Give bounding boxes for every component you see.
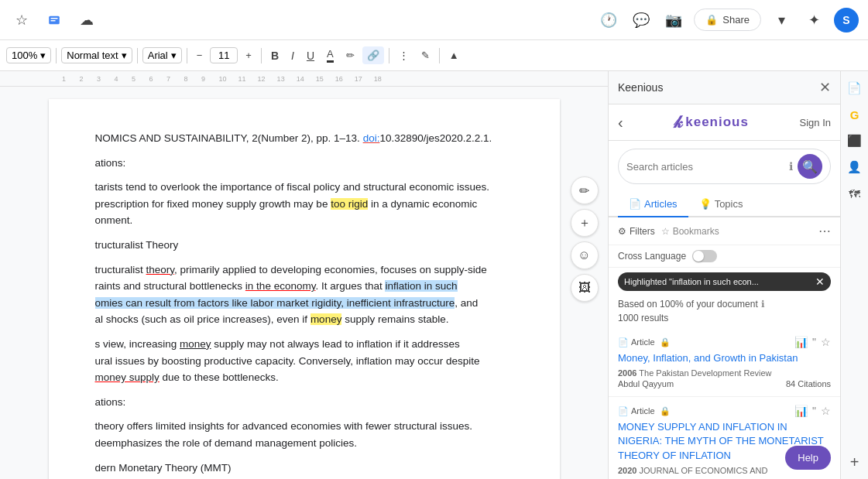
zoom-select[interactable]: 100% ▾ [6, 47, 51, 63]
highlighted-text: Highlighted "inflation in such econ... [624, 277, 811, 286]
strip-g-icon[interactable]: G [844, 104, 866, 125]
highlight-button[interactable]: ✏ [341, 46, 359, 64]
based-on-info-icon: ℹ [761, 299, 765, 310]
keenious-nav: ‹ 𝓀 keenious Sign In [609, 104, 840, 141]
italic-button[interactable]: I [286, 46, 299, 65]
ruler: 1 2 3 4 5 6 7 8 9 10 11 12 13 14 15 16 1… [0, 71, 608, 87]
decrease-font-btn[interactable]: − [192, 46, 208, 64]
sparkle-icon[interactable]: ✦ [801, 8, 826, 33]
link-button[interactable]: 🔗 [362, 46, 384, 64]
share-button[interactable]: 🔒 Share [694, 9, 761, 31]
article-2-actions: 📊 " ☆ [794, 405, 831, 417]
drive-icon[interactable] [42, 8, 67, 33]
strip-doc-icon[interactable]: 📄 [844, 77, 866, 99]
sign-in-button[interactable]: Sign In [800, 117, 831, 128]
para4: theory offers limited insights for advan… [95, 418, 513, 451]
tabs: 📄 Articles 💡 Topics [609, 192, 840, 217]
font-color-icon: A [327, 48, 334, 63]
style-select[interactable]: Normal text ▾ [61, 47, 132, 63]
quote-icon-2[interactable]: " [812, 405, 816, 417]
articles-icon: 📄 [629, 198, 641, 210]
font-value: Arial [148, 50, 168, 61]
citation-line: NOMICS AND SUSTAINABILITY, 2(Number 2), … [95, 130, 513, 147]
style-value: Normal text [67, 50, 118, 61]
section1-header: ations: [95, 155, 513, 172]
article-card-1[interactable]: 📄 Article 🔒 📊 " ☆ Money, Inflation, and … [609, 328, 840, 397]
history-icon[interactable]: 🕐 [596, 8, 621, 33]
tab-topics-label: Topics [715, 198, 743, 210]
tab-articles-label: Articles [644, 198, 678, 210]
chart-icon-1[interactable]: 📊 [794, 336, 808, 348]
emoji-float-btn[interactable]: ☺ [571, 241, 599, 269]
font-size-box[interactable]: 11 [210, 47, 238, 63]
underline-button[interactable]: U [302, 46, 319, 65]
info-icon[interactable]: ℹ [789, 160, 793, 173]
chevron-down-icon[interactable]: ▾ [769, 8, 794, 33]
font-dropdown-icon: ▾ [171, 50, 177, 61]
more-options-button[interactable]: ⋮ [394, 46, 413, 64]
star-icon[interactable]: ☆ [9, 8, 34, 33]
image-float-btn[interactable]: 🖼 [571, 274, 599, 302]
article-1-lock-icon: 🔒 [660, 337, 671, 347]
help-button[interactable]: Help [785, 446, 831, 470]
article-1-citations: 84 Citations [786, 379, 831, 388]
strip-plus-icon[interactable]: + [844, 451, 866, 473]
camera-icon[interactable]: 📷 [661, 8, 686, 33]
back-button[interactable]: ‹ [618, 114, 623, 132]
highlighted-too-rigid: too rigid [331, 198, 368, 210]
cloud-icon[interactable]: ☁ [74, 8, 99, 33]
search-input[interactable] [626, 161, 784, 173]
para2: tructuralist theory, primarily applied t… [95, 262, 513, 328]
comment-icon[interactable]: 💬 [629, 8, 654, 33]
top-bar: ☆ ☁ 🕐 💬 📷 🔒 Share ▾ ✦ S [0, 0, 868, 40]
avatar[interactable]: S [834, 8, 859, 33]
format-bar: 100% ▾ Normal text ▾ Arial ▾ − 11 + B I … [0, 40, 868, 71]
tab-topics[interactable]: 💡 Topics [688, 192, 754, 217]
keenious-logo: 𝓀 keenious [674, 112, 749, 132]
article-1-title[interactable]: Money, Inflation, and Growth in Pakistan [618, 351, 831, 365]
three-dots-button[interactable]: ⋯ [818, 224, 831, 238]
logo-text: keenious [685, 115, 749, 130]
chart-icon-2[interactable]: 📊 [794, 405, 808, 417]
increase-font-btn[interactable]: + [241, 46, 256, 64]
star-icon-2[interactable]: ☆ [821, 405, 831, 417]
article-1-journal: The Pakistan Development Review [639, 368, 771, 378]
doc-wrapper: NOMICS AND SUSTAINABILITY, 2(Number 2), … [0, 87, 608, 479]
doi-link[interactable]: doi: [363, 132, 380, 144]
sidebar-close-button[interactable]: ✕ [819, 79, 831, 96]
font-select[interactable]: Arial ▾ [142, 47, 182, 63]
strip-person-icon[interactable]: 👤 [844, 156, 866, 178]
article-2-type: 📄 Article [618, 406, 655, 416]
filters-label[interactable]: ⚙ Filters [618, 226, 655, 237]
star-icon-1[interactable]: ☆ [821, 336, 831, 348]
font-color-button[interactable]: A [322, 45, 338, 66]
cross-language-row: Cross Language [609, 245, 840, 268]
svg-rect-2 [51, 20, 56, 22]
zoom-value: 100% [12, 50, 37, 61]
article-1-meta: 2006 The Pakistan Development Review [618, 368, 831, 378]
article-doc-icon-2: 📄 [618, 406, 629, 416]
cross-language-toggle[interactable] [692, 250, 717, 262]
quote-icon-1[interactable]: " [812, 336, 816, 348]
tab-articles[interactable]: 📄 Articles [618, 192, 688, 217]
search-button[interactable]: 🔍 [798, 154, 822, 179]
collapse-button[interactable]: ▲ [444, 46, 464, 64]
highlighted-close-button[interactable]: ✕ [815, 275, 825, 288]
strip-maps-icon[interactable]: 🗺 [844, 183, 866, 204]
right-strip: 📄 G ⬛ 👤 🗺 + [840, 71, 868, 479]
add-float-btn[interactable]: ＋ [571, 209, 599, 237]
bookmarks-label[interactable]: ☆ Bookmarks [661, 226, 719, 237]
sidebar-panel: Keenious ✕ ‹ 𝓀 keenious Sign In ℹ 🔍 [608, 71, 840, 479]
section3-header: ations: [95, 394, 513, 411]
divider [56, 48, 57, 63]
pencil-edit-button[interactable]: ✎ [417, 46, 434, 64]
toggle-dot [693, 251, 704, 262]
edit-float-btn[interactable]: ✏ [571, 176, 599, 204]
para3: s view, increasing money supply may not … [95, 336, 513, 386]
strip-block-icon[interactable]: ⬛ [844, 130, 866, 152]
article-1-author: Abdul Qayyum [618, 379, 674, 388]
economy-underline: in the economy [245, 280, 316, 292]
article-2-lock-icon: 🔒 [660, 406, 671, 416]
top-bar-right: 🕐 💬 📷 🔒 Share ▾ ✦ S [596, 8, 859, 33]
bold-button[interactable]: B [266, 46, 283, 65]
